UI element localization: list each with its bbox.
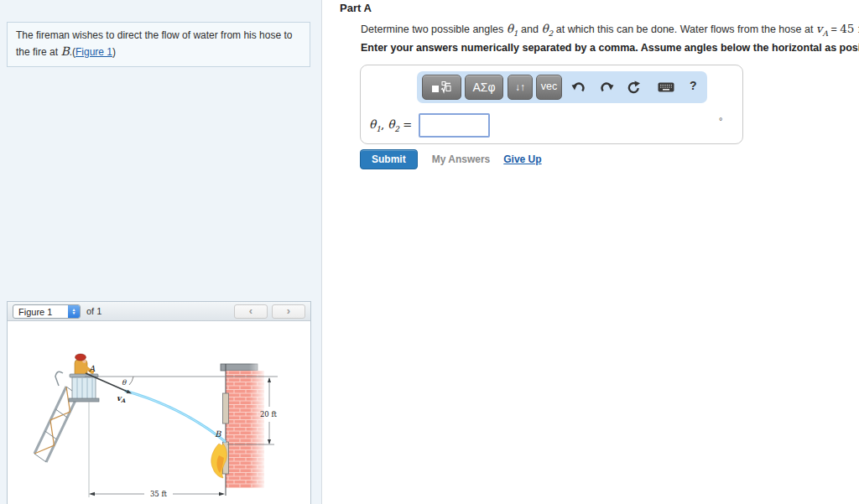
spinner-down-icon: ▼ <box>72 311 76 314</box>
label-dim-35ft: 35 ft <box>150 490 168 498</box>
desc-text-1: Determine two possible angles <box>361 23 507 35</box>
velocity-symbol: v <box>816 22 823 35</box>
keyboard-icon[interactable] <box>658 81 674 94</box>
water-stream <box>125 391 226 442</box>
label-point-b: B <box>215 429 221 439</box>
theta2-symbol: θ <box>541 22 548 35</box>
undo-redo-button[interactable]: ↓↑ <box>508 75 533 100</box>
figure-header: Figure 1 ▲ ▼ of 1 ‹ › <box>8 302 310 321</box>
redo-icon[interactable] <box>601 81 614 94</box>
chevron-right-icon: › <box>287 304 290 317</box>
problem-statement: The fireman wishes to direct the flow of… <box>7 22 310 67</box>
sqrt-template-icon <box>431 81 453 95</box>
theta1-symbol: θ <box>507 22 513 35</box>
label-velocity: vA <box>117 394 126 404</box>
answer-theta1: θ <box>369 117 376 131</box>
help-icon[interactable]: ? <box>690 79 703 92</box>
submit-button[interactable]: Submit <box>360 149 418 169</box>
desc-text-3: at which this can be done. Water flows f… <box>553 23 816 35</box>
point-b-symbol: B <box>60 44 69 58</box>
chevron-left-icon: ‹ <box>249 304 252 317</box>
answer-comma: , <box>381 118 388 131</box>
problem-sep-close: ) <box>112 46 116 58</box>
desc-equals: = <box>828 23 840 35</box>
reset-icon[interactable] <box>627 81 640 94</box>
degree-symbol: ° <box>719 116 722 126</box>
part-a-title: Part A <box>340 2 372 14</box>
basket <box>69 374 99 402</box>
answer-label: θ1, θ2 = <box>369 117 412 133</box>
desc-text-2: and <box>518 23 542 35</box>
figure-widget: Figure 1 ▲ ▼ of 1 ‹ › <box>7 301 311 504</box>
figure-prev-button[interactable]: ‹ <box>234 304 268 319</box>
vector-button[interactable]: vec <box>536 75 562 100</box>
figure-count-label: of 1 <box>86 306 102 316</box>
brick-wall <box>221 363 268 496</box>
figure-next-button[interactable]: › <box>272 304 305 319</box>
spinner-icon[interactable]: ▲ ▼ <box>68 305 80 318</box>
equation-template-button[interactable] <box>422 75 461 100</box>
give-up-link[interactable]: Give Up <box>503 153 541 165</box>
label-point-a: A <box>88 364 96 373</box>
problem-sidebar: The fireman wishes to direct the flow of… <box>0 0 322 504</box>
figure-canvas: A θ vA B 20 ft 35 ft <box>8 321 310 504</box>
answer-input[interactable] <box>419 113 490 138</box>
part-a-description: Determine two possible angles θ1 and θ2 … <box>361 22 859 38</box>
answer-box: ΑΣφ ↓↑ vec ? θ1, θ2 = ° <box>360 65 743 144</box>
figure-link[interactable]: Figure 1 <box>75 46 112 58</box>
question-panel: Part A Determine two possible angles θ1 … <box>322 0 859 504</box>
window-upper <box>223 393 229 423</box>
submit-row: Submit My Answers Give Up <box>360 149 542 169</box>
answer-equals: = <box>399 118 412 131</box>
answer-instruction: Enter your answers numerically separated… <box>361 42 859 54</box>
figure-illustration: A θ vA B 20 ft 35 ft <box>8 321 310 504</box>
undo-icon[interactable] <box>571 81 585 94</box>
label-theta: θ <box>122 378 127 387</box>
my-answers-label: My Answers <box>432 153 491 165</box>
greek-symbols-button[interactable]: ΑΣφ <box>465 75 503 100</box>
figure-selector-value: Figure 1 <box>13 305 68 318</box>
ladder <box>34 372 78 462</box>
figure-selector[interactable]: Figure 1 ▲ ▼ <box>13 304 81 319</box>
problem-sep-open: .( <box>70 46 75 58</box>
problem-text: The fireman wishes to direct the flow of… <box>16 29 292 58</box>
label-dim-20ft: 20 ft <box>260 410 278 418</box>
velocity-value: 45 ft/s <box>840 22 859 35</box>
equation-toolbar: ΑΣφ ↓↑ vec ? <box>417 71 707 103</box>
